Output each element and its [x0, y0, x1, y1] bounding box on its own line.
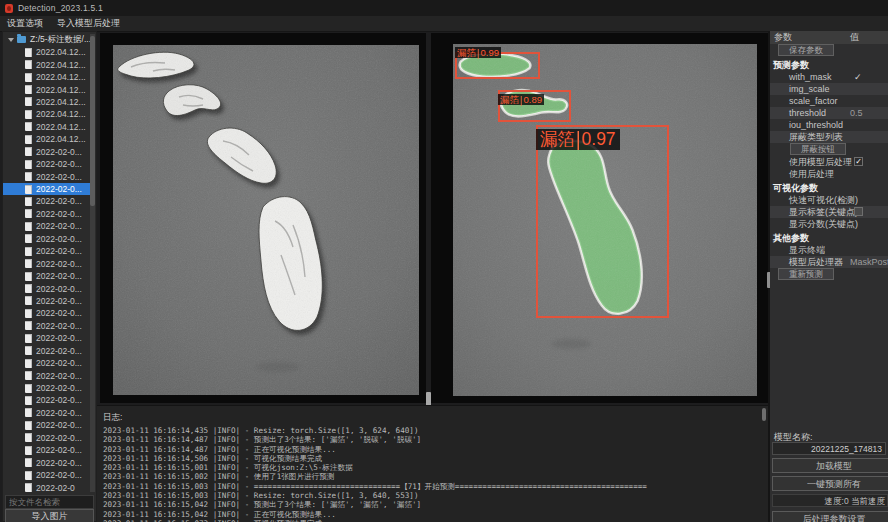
file-icon: [25, 110, 32, 119]
param-label: with_mask: [770, 71, 832, 83]
param-row[interactable]: with_mask✓: [770, 71, 888, 83]
param-row[interactable]: threshold0.5: [770, 107, 888, 119]
menubar: 设置选项 导入模型后处理: [0, 16, 888, 32]
file-icon: [25, 222, 32, 231]
window-title: Detection_2023.1.5.1: [18, 3, 103, 13]
tree-item[interactable]: 2022-02-0: [3, 481, 91, 493]
tree-item[interactable]: 2022.04.12...: [3, 96, 91, 108]
param-row[interactable]: scale_factor: [770, 95, 888, 107]
param-row[interactable]: 模型后处理器MaskPostPro: [770, 256, 888, 268]
tree-item[interactable]: 2022-02-0...: [3, 282, 91, 294]
param-row[interactable]: img_scale: [770, 83, 888, 95]
expander-icon[interactable]: [8, 38, 14, 42]
file-icon: [25, 309, 32, 318]
tree-item[interactable]: 2022-02-0...: [3, 183, 91, 195]
tree-item[interactable]: 2022-02-0...: [3, 170, 91, 182]
tree-item[interactable]: 2022-02-0...: [3, 307, 91, 319]
check-icon[interactable]: ✓: [854, 71, 862, 83]
tree-item[interactable]: 2022-02-0...: [3, 345, 91, 357]
param-row[interactable]: 使用模型后处理✓: [770, 156, 888, 168]
tree-item[interactable]: 2022-02-0...: [3, 357, 91, 369]
param-row[interactable]: 显示终端: [770, 244, 888, 256]
tree-item[interactable]: 2022-02-0...: [3, 257, 91, 269]
file-icon: [25, 284, 32, 293]
tree-item[interactable]: 2022-02-0...: [3, 208, 91, 220]
tree-scrollbar-thumb[interactable]: [90, 36, 95, 206]
file-icon: [25, 433, 32, 442]
param-row[interactable]: 使用后处理: [770, 168, 888, 180]
tree-item[interactable]: 2022-02-0...: [3, 407, 91, 419]
tree-item[interactable]: 2022-02-0...: [3, 146, 91, 158]
log-scrollbar-thumb[interactable]: [762, 408, 766, 421]
tree-item[interactable]: 2022-02-0...: [3, 369, 91, 381]
tree-item[interactable]: 2022-02-0...: [3, 444, 91, 456]
tree-item-label: 2022.04.12...: [36, 72, 86, 82]
load-model-button[interactable]: 加载模型: [772, 458, 888, 473]
param-label: 显示分数(关键点): [770, 218, 858, 230]
file-icon: [25, 60, 32, 69]
checkbox[interactable]: ✓: [854, 157, 863, 166]
tree-item[interactable]: 2022-02-0...: [3, 195, 91, 207]
log-line: 2023-01-11 16:16:14,487 |INFO| - 正在可视化预测…: [103, 445, 758, 454]
image-viewer-prediction[interactable]: 漏箔|0.99漏箔|0.89漏箔|0.97: [431, 33, 768, 403]
tree-item[interactable]: 2022-02-0...: [3, 270, 91, 282]
tree-item[interactable]: 2022-02-0...: [3, 456, 91, 468]
tree-item[interactable]: 2022.04.12...: [3, 58, 91, 70]
tree-item[interactable]: 2022-02-0...: [3, 233, 91, 245]
param-row[interactable]: 显示分数(关键点): [770, 218, 888, 230]
param-button[interactable]: 保存参数: [778, 44, 834, 56]
tree-item[interactable]: 2022-02-0...: [3, 245, 91, 257]
sidebar: Z:/5-标注数据/... 2022.04.12...2022.04.12...…: [2, 31, 97, 522]
file-tree-items: 2022.04.12...2022.04.12...2022.04.12...2…: [3, 46, 91, 494]
model-name-field[interactable]: 20221225_174813: [772, 442, 886, 455]
menu-item-import-postprocess[interactable]: 导入模型后处理: [50, 16, 127, 31]
tree-item-label: 2022-02-0...: [36, 395, 82, 405]
log-line: 2023-01-11 16:16:15,001 |INFO| - 可视化json…: [103, 463, 758, 472]
log-line: 2023-01-11 16:16:15,042 |INFO| - 正在可视化预测…: [103, 510, 758, 519]
postprocess-settings-button[interactable]: 后处理参数设置: [772, 511, 888, 522]
tree-item[interactable]: 2022-02-0...: [3, 382, 91, 394]
predict-all-button[interactable]: 一键预测所有: [772, 476, 888, 491]
tree-item[interactable]: 2022-02-0...: [3, 419, 91, 431]
tree-item[interactable]: 2022.04.12...: [3, 83, 91, 95]
search-input[interactable]: [5, 495, 94, 509]
import-images-button[interactable]: 导入图片: [5, 509, 94, 522]
file-icon: [25, 185, 32, 194]
tree-item[interactable]: 2022-02-0...: [3, 469, 91, 481]
tree-item[interactable]: 2022-02-0...: [3, 320, 91, 332]
params-panel: 参数 值 保存参数预测参数with_mask✓img_scalescale_fa…: [770, 31, 888, 522]
tree-item[interactable]: 2022-02-0...: [3, 158, 91, 170]
tree-item-label: 2022-02-0...: [36, 383, 82, 393]
file-icon: [25, 147, 32, 156]
tree-item[interactable]: 2022-02-0...: [3, 394, 91, 406]
tree-root-item[interactable]: Z:/5-标注数据/...: [3, 33, 91, 46]
tree-item-label: 2022-02-0...: [36, 172, 82, 182]
menu-item-settings[interactable]: 设置选项: [0, 16, 50, 31]
tree-item[interactable]: 2022-02-0...: [3, 432, 91, 444]
file-icon: [25, 85, 32, 94]
detection-overlay: 漏箔|0.99漏箔|0.89漏箔|0.97: [453, 44, 757, 396]
tree-item[interactable]: 2022-02-0...: [3, 295, 91, 307]
tree-item[interactable]: 2022-02-0...: [3, 220, 91, 232]
param-label: threshold: [770, 107, 826, 119]
tree-item[interactable]: 2022.04.12...: [3, 46, 91, 58]
checkbox[interactable]: [854, 207, 863, 216]
tree-scrollbar[interactable]: [90, 34, 95, 492]
tree-item[interactable]: 2022.04.12...: [3, 121, 91, 133]
tree-item[interactable]: 2022.04.12...: [3, 108, 91, 120]
tree-item-label: 2022-02-0...: [36, 221, 82, 231]
file-tree: Z:/5-标注数据/... 2022.04.12...2022.04.12...…: [3, 33, 91, 495]
param-row[interactable]: 显示标签(关键点): [770, 206, 888, 218]
tree-item[interactable]: 2022-02-0...: [3, 332, 91, 344]
param-row[interactable]: 快速可视化(检测): [770, 194, 888, 206]
param-row[interactable]: iou_threshold: [770, 119, 888, 131]
file-icon: [25, 122, 32, 131]
param-label: 屏蔽类型列表: [770, 131, 843, 143]
tree-item-label: 2022.04.12...: [36, 134, 86, 144]
image-viewer-original[interactable]: [100, 33, 426, 403]
tree-item[interactable]: 2022.04.12...: [3, 71, 91, 83]
tree-item[interactable]: 2022.04.12...: [3, 133, 91, 145]
param-row[interactable]: 屏蔽类型列表: [770, 131, 888, 143]
param-button[interactable]: 重新预测: [778, 268, 834, 280]
param-button[interactable]: 屏蔽按钮: [790, 143, 846, 155]
